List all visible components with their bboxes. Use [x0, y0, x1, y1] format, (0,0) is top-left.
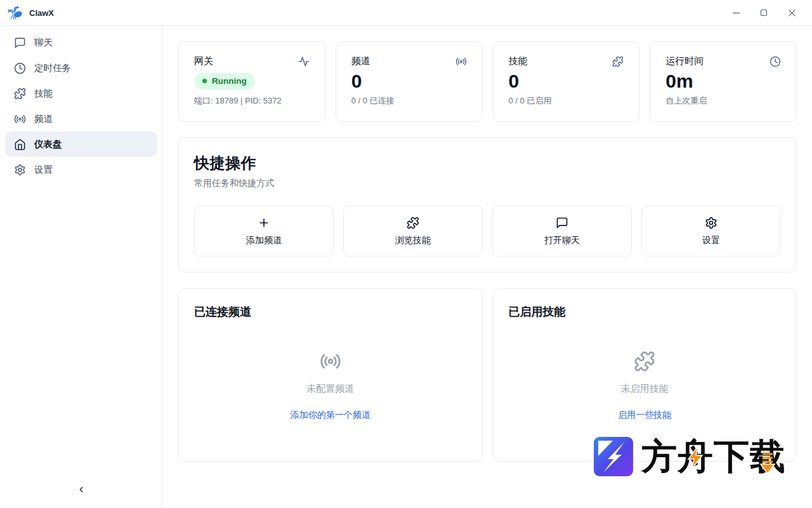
uptime-value: 0m: [665, 70, 781, 93]
quick-actions-title: 快捷操作: [194, 153, 781, 173]
action-label: 打开聊天: [544, 235, 580, 246]
enable-skills-link[interactable]: 启用一些技能: [618, 410, 671, 421]
gear-icon: [14, 164, 26, 176]
gateway-meta: 端口: 18789 | PID: 5372: [194, 95, 310, 107]
stat-title: 运行时间: [665, 55, 704, 67]
clawx-logo-icon: [8, 5, 24, 20]
sidebar-item-scheduled-tasks[interactable]: 定时任务: [5, 55, 157, 81]
stat-title: 技能: [509, 55, 528, 67]
stat-card-uptime: 运行时间 0m 自上次重启: [650, 41, 797, 122]
minimize-button[interactable]: [722, 3, 750, 23]
open-chat-button[interactable]: 打开聊天: [492, 206, 632, 257]
puzzle-icon: [634, 351, 655, 372]
clock-icon: [14, 62, 26, 74]
uptime-meta: 自上次重启: [665, 95, 781, 107]
add-first-channel-link[interactable]: 添加你的第一个频道: [291, 410, 370, 421]
sidebar-collapse-button[interactable]: [72, 480, 91, 499]
chat-icon: [14, 37, 26, 49]
channels-count: 0: [351, 70, 467, 93]
action-label: 浏览技能: [395, 235, 431, 246]
gear-icon: [705, 217, 717, 229]
skills-empty-state: 未启用技能 启用一些技能: [509, 351, 782, 421]
quick-actions-subtitle: 常用任务和快捷方式: [194, 178, 781, 189]
minimize-icon: [732, 9, 740, 17]
chat-icon: [556, 217, 568, 229]
puzzle-icon: [14, 88, 26, 100]
gateway-status-label: Running: [212, 76, 247, 86]
sidebar-item-label: 定时任务: [34, 62, 71, 74]
connected-channels-panel: 已连接频道 未配置频道 添加你的第一个频道: [178, 288, 483, 462]
maximize-icon: [760, 9, 768, 17]
maximize-button[interactable]: [750, 3, 778, 23]
stat-title: 网关: [194, 55, 213, 67]
activity-icon: [298, 56, 310, 67]
action-label: 添加频道: [246, 235, 282, 246]
channels-empty-text: 未配置频道: [306, 383, 354, 395]
sidebar-item-label: 聊天: [34, 37, 53, 49]
sidebar-item-label: 仪表盘: [34, 138, 62, 150]
status-dot: [202, 79, 207, 83]
skills-count: 0: [509, 70, 624, 93]
sidebar-item-label: 设置: [34, 164, 53, 176]
sidebar-item-skills[interactable]: 技能: [5, 81, 157, 106]
stat-title: 频道: [351, 55, 370, 67]
add-channel-button[interactable]: 添加频道: [194, 206, 334, 257]
settings-button[interactable]: 设置: [641, 206, 781, 257]
quick-actions-grid: 添加频道 浏览技能 打开聊天 设置: [194, 206, 781, 257]
quick-actions-card: 快捷操作 常用任务和快捷方式 添加频道 浏览技能 打开聊天 设置: [178, 137, 797, 272]
puzzle-icon: [407, 217, 419, 229]
sidebar-item-label: 频道: [34, 113, 53, 125]
stat-card-skills: 技能 0 0 / 0 已启用: [493, 41, 640, 122]
app-title: ClawX: [29, 8, 54, 18]
gateway-status-badge: Running: [194, 73, 255, 90]
close-icon: [788, 9, 796, 17]
plus-icon: [258, 217, 270, 229]
sidebar-item-label: 技能: [34, 88, 53, 100]
skills-meta: 0 / 0 已启用: [509, 95, 624, 107]
sidebar-item-dashboard[interactable]: 仪表盘: [5, 131, 157, 157]
stat-card-channels: 频道 0 0 / 0 已连接: [336, 41, 483, 122]
channels-empty-state: 未配置频道 添加你的第一个频道: [194, 351, 467, 421]
close-button[interactable]: [778, 3, 806, 23]
titlebar: ClawX: [0, 0, 812, 26]
broadcast-icon: [14, 113, 26, 125]
stat-card-gateway: 网关 Running 端口: 18789 | PID: 5372: [178, 41, 325, 122]
enabled-skills-panel: 已启用技能 未启用技能 启用一些技能: [493, 288, 797, 462]
sidebar: 聊天 定时任务 技能 频道 仪表盘 设置: [0, 26, 162, 508]
chevron-left-icon: [77, 485, 86, 494]
sidebar-item-chat[interactable]: 聊天: [5, 30, 157, 55]
window-controls: [722, 3, 806, 23]
action-label: 设置: [702, 235, 720, 246]
puzzle-icon: [612, 56, 624, 67]
browse-skills-button[interactable]: 浏览技能: [343, 206, 483, 257]
home-icon: [14, 138, 26, 150]
sidebar-item-settings[interactable]: 设置: [5, 157, 157, 182]
sidebar-item-channels[interactable]: 频道: [5, 106, 157, 131]
panels-grid: 已连接频道 未配置频道 添加你的第一个频道 已启用技能 未启用技能 启用一些技能: [178, 288, 797, 462]
skills-empty-text: 未启用技能: [621, 383, 669, 395]
stats-grid: 网关 Running 端口: 18789 | PID: 5372 频道 0 0 …: [178, 41, 797, 122]
clock-icon: [769, 56, 781, 67]
panel-title: 已启用技能: [509, 304, 782, 319]
panel-title: 已连接频道: [194, 304, 467, 319]
broadcast-icon: [320, 351, 341, 372]
dashboard-main: 网关 Running 端口: 18789 | PID: 5372 频道 0 0 …: [162, 26, 812, 508]
broadcast-icon: [455, 56, 467, 67]
channels-meta: 0 / 0 已连接: [351, 95, 467, 107]
